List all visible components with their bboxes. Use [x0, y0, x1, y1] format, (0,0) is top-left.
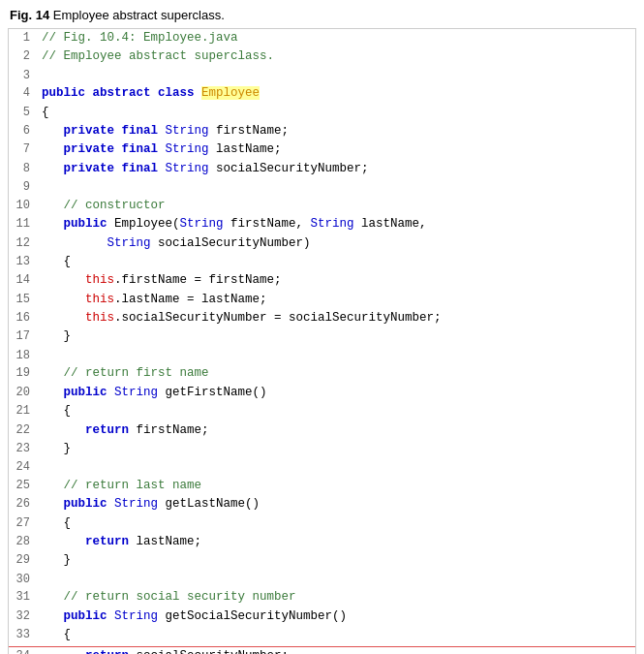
- line-code: this.lastName = lastName;: [38, 291, 635, 309]
- line-number: 10: [9, 197, 38, 215]
- line-number: 19: [9, 364, 38, 383]
- code-token: {: [42, 404, 71, 418]
- line-number: 15: [9, 291, 38, 309]
- code-token: // constructor: [64, 199, 166, 212]
- line-number: 30: [9, 571, 38, 589]
- line-code: this.firstName = firstName;: [38, 271, 635, 290]
- line-code: return lastName;: [38, 533, 635, 551]
- line-code: this.socialSecurityNumber = socialSecuri…: [38, 309, 635, 327]
- line-code: [38, 347, 635, 365]
- table-row: 22 return firstName;: [9, 421, 635, 440]
- line-code: {: [38, 402, 635, 420]
- code-token: String: [114, 386, 158, 399]
- code-token: // return social security number: [64, 590, 296, 604]
- code-token: [42, 142, 64, 156]
- table-row: 8 private final String socialSecurityNum…: [9, 160, 635, 178]
- code-token: public: [42, 86, 93, 100]
- line-code: private final String firstName;: [38, 122, 635, 140]
- line-code: // Employee abstract superclass.: [38, 47, 635, 66]
- code-token: public: [64, 609, 115, 623]
- table-row: 1// Fig. 10.4: Employee.java: [9, 29, 635, 47]
- table-row: 34 return socialSecurityNumber;: [9, 646, 635, 654]
- table-row: 33 {: [9, 626, 635, 644]
- code-token: return: [85, 649, 129, 654]
- line-number: 4: [9, 84, 38, 103]
- table-row: 6 private final String firstName;: [9, 122, 635, 140]
- code-token: String: [311, 217, 354, 231]
- code-token: Employee(: [114, 217, 180, 231]
- code-token: [42, 423, 85, 437]
- code-token: [42, 217, 64, 231]
- code-token: // Fig. 10.4: Employee.java: [42, 31, 238, 45]
- code-token: lastName;: [209, 142, 282, 156]
- code-token: // return first name: [64, 366, 209, 380]
- line-code: // constructor: [38, 197, 635, 215]
- code-token: firstName;: [129, 423, 209, 437]
- code-token: final: [122, 124, 166, 138]
- line-number: 2: [9, 47, 38, 66]
- code-token: String: [114, 609, 158, 623]
- code-token: {: [42, 255, 71, 268]
- table-row: 4public abstract class Employee: [9, 84, 635, 103]
- code-token: lastName;: [129, 535, 201, 548]
- table-row: 30: [9, 571, 635, 589]
- code-token: this: [85, 273, 114, 287]
- code-token: private: [64, 124, 122, 138]
- code-token: [42, 273, 85, 287]
- line-code: return socialSecurityNumber;: [38, 646, 635, 654]
- code-token: [42, 609, 64, 623]
- line-number: 21: [9, 402, 38, 420]
- code-token: String: [166, 142, 209, 156]
- code-token: private: [64, 162, 122, 175]
- table-row: 10 // constructor: [9, 197, 635, 215]
- code-token: [42, 311, 85, 325]
- table-row: 25 // return last name: [9, 477, 635, 495]
- line-number: 33: [9, 626, 38, 644]
- line-code: // Fig. 10.4: Employee.java: [38, 29, 635, 47]
- line-code: }: [38, 440, 635, 458]
- line-code: // return last name: [38, 477, 635, 495]
- table-row: 13 {: [9, 253, 635, 271]
- line-code: {: [38, 514, 635, 533]
- line-code: // return social security number: [38, 588, 635, 607]
- code-token: private: [64, 142, 122, 156]
- line-code: public abstract class Employee: [38, 84, 635, 103]
- code-token: class: [158, 86, 201, 100]
- code-token: getLastName(): [158, 497, 260, 511]
- line-number: 29: [9, 551, 38, 570]
- table-row: 31 // return social security number: [9, 588, 635, 607]
- table-row: 28 return lastName;: [9, 533, 635, 551]
- table-row: 32 public String getSocialSecurityNumber…: [9, 607, 635, 626]
- line-number: 18: [9, 347, 38, 365]
- table-row: 27 {: [9, 514, 635, 533]
- code-token: this: [85, 311, 114, 325]
- line-code: [38, 571, 635, 589]
- code-token: lastName,: [354, 217, 427, 231]
- code-token: String: [180, 217, 224, 231]
- code-token: String: [166, 162, 209, 175]
- code-token: [42, 366, 64, 380]
- table-row: 20 public String getFirstName(): [9, 384, 635, 402]
- line-number: 1: [9, 29, 38, 47]
- code-token: String: [114, 497, 158, 511]
- table-row: 3: [9, 67, 635, 85]
- table-row: 7 private final String lastName;: [9, 140, 635, 159]
- code-token: public: [64, 497, 115, 511]
- code-token: [42, 293, 85, 306]
- line-number: 26: [9, 495, 38, 514]
- table-row: 12 String socialSecurityNumber): [9, 234, 635, 253]
- code-token: }: [42, 329, 71, 343]
- code-token: getSocialSecurityNumber(): [158, 609, 347, 623]
- line-number: 9: [9, 178, 38, 197]
- line-number: 17: [9, 327, 38, 346]
- line-code: {: [38, 253, 635, 271]
- code-token: [42, 386, 64, 399]
- line-number: 25: [9, 477, 38, 495]
- code-token: final: [122, 162, 166, 175]
- code-token: [42, 124, 64, 138]
- code-token: }: [42, 442, 71, 455]
- line-number: 22: [9, 421, 38, 440]
- line-code: String socialSecurityNumber): [38, 234, 635, 253]
- code-token: [42, 199, 64, 212]
- code-token: [42, 590, 64, 604]
